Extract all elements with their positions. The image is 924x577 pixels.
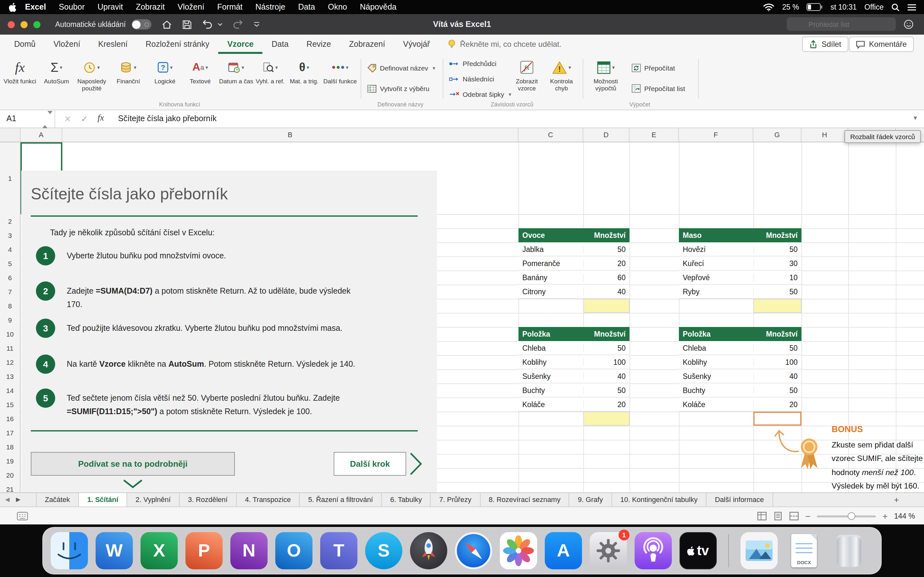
share-button[interactable]: Sdílet — [803, 37, 848, 52]
remove-arrows-button[interactable]: Odebrat šipky▾ — [449, 88, 511, 101]
tab-domu[interactable]: Domů — [5, 35, 45, 54]
dock-onenote[interactable]: N — [230, 532, 268, 569]
row-header[interactable]: 15 — [0, 398, 20, 412]
table-row[interactable]: Kuřecí30 — [679, 256, 801, 271]
row-header[interactable]: 16 — [0, 412, 20, 426]
table-row[interactable]: Jablka50 — [519, 242, 630, 256]
row-header[interactable]: 2 — [0, 214, 20, 228]
dock-excel[interactable]: X — [141, 532, 178, 569]
wifi-icon[interactable] — [763, 3, 774, 11]
row-header[interactable]: 8 — [0, 299, 20, 313]
tab-rozlozeni-stranky[interactable]: Rozložení stránky — [137, 35, 218, 54]
sumif-selected-cell[interactable] — [753, 412, 801, 426]
battery-icon[interactable] — [807, 3, 823, 11]
sum-cell-meat[interactable] — [753, 299, 801, 313]
control-center-icon[interactable] — [907, 3, 916, 11]
dock-photos[interactable] — [500, 532, 537, 569]
search-input[interactable] — [787, 17, 896, 31]
calculation-options-button[interactable]: ▾ Možnosti výpočtů — [586, 57, 625, 92]
table-header-row[interactable]: OvoceMnožství — [519, 228, 630, 242]
row-header[interactable]: 11 — [0, 341, 20, 355]
comments-button[interactable]: Komentáře — [849, 37, 914, 52]
dock-apple-tv[interactable]: tv — [680, 532, 717, 569]
menu-zobrazit[interactable]: Zobrazit — [129, 3, 171, 11]
zoom-slider[interactable] — [817, 515, 876, 517]
menu-napoveda[interactable]: Nápověda — [354, 3, 403, 11]
apple-logo-icon[interactable] — [9, 2, 17, 12]
dock-podcasts[interactable] — [635, 532, 672, 569]
table-row[interactable]: Koblihy100 — [679, 355, 801, 369]
customize-toolbar-chevron-icon[interactable] — [254, 22, 260, 27]
minimize-window-button[interactable] — [21, 21, 27, 28]
sheet-tab-grafy[interactable]: 9. Grafy — [569, 493, 612, 506]
table-row[interactable]: Sušenky40 — [679, 369, 801, 384]
fx-icon[interactable]: fx — [97, 113, 104, 123]
cancel-entry-icon[interactable]: ✕ — [64, 114, 71, 124]
lookup-reference-button[interactable]: ▾ Vyhl. a ref. — [252, 57, 288, 85]
tab-vzorce[interactable]: Vzorce — [218, 35, 263, 54]
select-all-corner[interactable] — [0, 128, 21, 142]
column-header[interactable]: A — [21, 128, 62, 142]
row-header[interactable]: 13 — [0, 369, 20, 384]
define-name-button[interactable]: Definovat název▾ — [367, 61, 435, 74]
undo-icon[interactable] — [202, 20, 212, 29]
tab-vyvojar[interactable]: Vývojář — [394, 35, 439, 54]
sum-cell-fruit[interactable] — [583, 299, 630, 313]
name-box-stepper[interactable] — [42, 114, 53, 126]
table-row[interactable]: Pomeranče20 — [519, 256, 630, 271]
logical-button[interactable]: ? ▾ Logické — [147, 57, 183, 85]
sheet-tab-vyplneni[interactable]: 2. Vyplnění — [128, 493, 180, 506]
sheet-scroll-right-button[interactable]: ▶ — [15, 493, 26, 506]
table-row[interactable]: Hovězí50 — [679, 242, 801, 256]
dock-preview[interactable] — [740, 532, 778, 569]
undo-dropdown-chevron-icon[interactable] — [218, 23, 223, 26]
dock-finder[interactable] — [51, 532, 88, 569]
menu-format[interactable]: Formát — [211, 3, 249, 11]
row-header[interactable]: 3 — [0, 228, 20, 242]
sheet-tab-rozdeleni[interactable]: 3. Rozdělení — [180, 493, 237, 506]
dock-safari[interactable] — [455, 532, 492, 569]
sheet-tab-seznamy[interactable]: 8. Rozevírací seznamy — [480, 493, 569, 506]
table-row[interactable]: Citrony40 — [519, 285, 630, 299]
row-header[interactable]: 10 — [0, 327, 20, 341]
column-header[interactable]: B — [62, 128, 519, 142]
text-functions-button[interactable]: Aa▾ Textové — [182, 57, 218, 85]
zoom-slider-knob[interactable] — [848, 512, 855, 520]
zoom-level[interactable]: 144 % — [894, 512, 915, 520]
column-header[interactable]: H — [801, 128, 848, 142]
tab-revize[interactable]: Revize — [297, 35, 340, 54]
recently-used-button[interactable]: ▾ Naposledy použité — [74, 57, 110, 92]
column-header[interactable]: F — [679, 128, 753, 142]
autosum-button[interactable]: Σ▾ AutoSum — [39, 57, 74, 85]
column-header[interactable]: G — [753, 128, 801, 142]
table-header-row[interactable]: PoložkaMnožství — [679, 327, 801, 341]
dock-skype[interactable]: S — [365, 532, 402, 569]
sheet-tab-scitani[interactable]: 1. Sčítání — [79, 493, 128, 506]
row-header[interactable]: 9 — [0, 313, 20, 327]
table-row[interactable]: Koblihy100 — [519, 355, 630, 369]
sheet-tab-zacatek[interactable]: Začátek — [36, 493, 79, 506]
table-row[interactable]: Koláče20 — [679, 398, 801, 412]
table-row[interactable]: Banány60 — [519, 271, 630, 285]
menu-vlozeni[interactable]: Vložení — [171, 3, 210, 11]
financial-button[interactable]: ▾ Finanční — [110, 57, 146, 85]
save-icon[interactable] — [182, 19, 192, 29]
row-header[interactable]: 18 — [0, 440, 20, 454]
sheet-scroll-left-button[interactable]: ◀ — [0, 493, 15, 506]
column-header[interactable]: E — [630, 128, 679, 142]
row-header[interactable]: 4 — [0, 242, 20, 256]
sheet-tab-razeni[interactable]: 5. Řazení a filtrování — [300, 493, 382, 506]
column-header[interactable]: D — [583, 128, 630, 142]
see-details-button[interactable]: Podívat se na to podrobněji — [31, 452, 235, 476]
menu-upravit[interactable]: Upravit — [91, 3, 129, 11]
row-header[interactable]: 17 — [0, 426, 20, 440]
row-header[interactable]: 6 — [0, 271, 20, 285]
row-header[interactable]: 1 — [0, 142, 20, 214]
more-functions-button[interactable]: ▾ Další funkce — [322, 57, 358, 85]
row-header[interactable]: 12 — [0, 355, 20, 369]
table-header-row[interactable]: MasoMnožství — [679, 228, 801, 242]
worksheet-grid[interactable]: 1 2 3 4 5 6 7 8 9 10 11 12 13 14 15 16 1… — [0, 142, 924, 492]
table-row[interactable]: Koláče20 — [519, 398, 630, 412]
page-layout-view-icon[interactable] — [773, 512, 783, 521]
confirm-entry-icon[interactable]: ✓ — [81, 114, 88, 124]
